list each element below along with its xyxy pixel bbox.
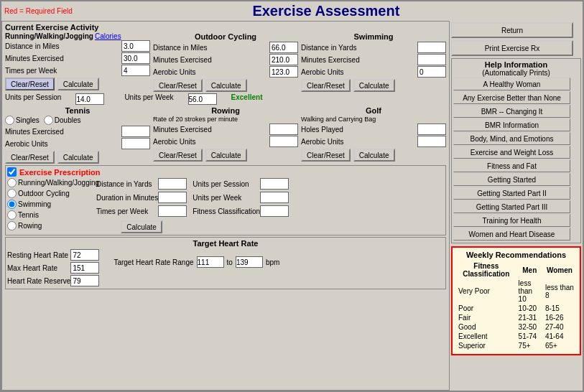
golf-aerobic-label: Aerobic Units bbox=[301, 138, 417, 146]
weekly-class-2: Fair bbox=[457, 314, 516, 322]
help-item-0[interactable]: A Healthy Woman bbox=[453, 78, 570, 90]
tennis-minutes-input[interactable] bbox=[121, 126, 150, 137]
units-per-session-input[interactable] bbox=[75, 93, 104, 105]
rowing-minutes-input[interactable] bbox=[269, 123, 298, 135]
range-to-label: to bbox=[227, 258, 233, 266]
target-range-to-input[interactable] bbox=[236, 256, 263, 268]
rowing-calculate-button[interactable]: Calculate bbox=[205, 149, 247, 162]
run-distance-input[interactable] bbox=[121, 40, 150, 52]
golf-holes-input[interactable] bbox=[417, 123, 446, 135]
golf-clear-reset-button[interactable]: Clear/Reset bbox=[301, 149, 351, 162]
help-item-11[interactable]: Women and Heart Disease bbox=[453, 228, 570, 241]
tennis-clear-reset-button[interactable]: Clear/Reset bbox=[5, 151, 55, 164]
target-range-from-input[interactable] bbox=[197, 256, 224, 268]
print-exercise-rx-button[interactable]: Print Exercise Rx bbox=[451, 40, 573, 56]
presc-units-week-input[interactable] bbox=[260, 192, 289, 203]
cycle-minutes-label: Minutes Exercised bbox=[153, 56, 269, 64]
presc-units-session-input[interactable] bbox=[260, 178, 289, 190]
weekly-row-3: Good 32-50 27-40 bbox=[457, 323, 575, 331]
presc-distance-input[interactable] bbox=[158, 178, 187, 190]
help-item-8[interactable]: Getting Started Part II bbox=[453, 187, 570, 200]
weekly-men-2: 21-31 bbox=[517, 314, 542, 322]
hr-reserve-input[interactable] bbox=[70, 275, 99, 286]
presc-cycling-radio[interactable] bbox=[7, 189, 17, 198]
tennis-aerobic-input[interactable] bbox=[121, 138, 150, 149]
units-per-week-label: Units per Week bbox=[124, 93, 173, 105]
presc-units-session-label: Units per Session bbox=[193, 180, 260, 188]
presc-times-label: Times per Week bbox=[96, 207, 158, 215]
current-exercise-section: Current Exercise Activity Running/Walkin… bbox=[5, 23, 446, 105]
presc-duration-input[interactable] bbox=[158, 192, 187, 203]
presc-rowing-radio[interactable] bbox=[7, 221, 17, 230]
golf-section: Golf Walking and Carrying Bag Holes Play… bbox=[301, 106, 446, 164]
required-label: Red = Required Field bbox=[4, 7, 73, 15]
run-calculate-button[interactable]: Calculate bbox=[57, 78, 99, 90]
help-item-5[interactable]: Exercise and Weight Loss bbox=[453, 146, 570, 159]
presc-times-input[interactable] bbox=[158, 205, 187, 217]
help-item-7[interactable]: Getting Started bbox=[453, 173, 570, 186]
weekly-row-5: Superior 75+ 65+ bbox=[457, 342, 575, 350]
cycle-calculate-button[interactable]: Calculate bbox=[205, 79, 247, 92]
calories-link[interactable]: Calories bbox=[95, 32, 121, 40]
golf-calculate-button[interactable]: Calculate bbox=[353, 149, 395, 162]
rowing-rate-label: Rate of 20 strokes per minute bbox=[153, 116, 298, 123]
help-item-3[interactable]: BMR Information bbox=[453, 118, 570, 131]
presc-distance-label: Distance in Yards bbox=[96, 180, 158, 188]
weekly-col1-header: Fitness Classification bbox=[457, 262, 516, 278]
presc-tennis-radio[interactable] bbox=[7, 210, 17, 220]
golf-carrying-label: Walking and Carrying Bag bbox=[301, 116, 446, 123]
swim-distance-input[interactable] bbox=[417, 42, 446, 53]
swim-calculate-button[interactable]: Calculate bbox=[353, 79, 395, 92]
run-clear-reset-button[interactable]: Clear/Reset bbox=[5, 78, 55, 90]
presc-fitness-input[interactable] bbox=[260, 205, 289, 217]
cycle-distance-input[interactable] bbox=[269, 42, 298, 53]
resting-hr-input[interactable] bbox=[70, 249, 99, 261]
singles-radio[interactable] bbox=[5, 116, 14, 125]
rowing-clear-reset-button[interactable]: Clear/Reset bbox=[153, 149, 203, 162]
prescription-right-fields: Units per Session Units per Week Fitness… bbox=[193, 178, 289, 233]
help-item-2[interactable]: BMR -- Changing It bbox=[453, 105, 570, 118]
max-hr-input[interactable] bbox=[70, 262, 99, 274]
weekly-men-5: 75+ bbox=[517, 342, 542, 350]
swim-minutes-input[interactable] bbox=[417, 54, 446, 65]
help-title: Help Information bbox=[453, 60, 579, 69]
weekly-class-1: Poor bbox=[457, 304, 516, 312]
weekly-row-2: Fair 21-31 16-26 bbox=[457, 314, 575, 322]
doubles-label: Doubles bbox=[55, 116, 81, 124]
weekly-men-3: 32-50 bbox=[517, 323, 542, 331]
rowing-aerobic-input[interactable] bbox=[269, 136, 298, 147]
weekly-women-4: 41-64 bbox=[544, 332, 575, 340]
help-item-6[interactable]: Fitness and Fat bbox=[453, 159, 570, 172]
swim-distance-label: Distance in Yards bbox=[301, 44, 417, 52]
run-minutes-input[interactable] bbox=[121, 52, 150, 64]
presc-tennis-label: Tennis bbox=[18, 211, 39, 219]
units-per-week-status: Excellent bbox=[231, 93, 263, 105]
help-item-1[interactable]: Any Exercise Better than None bbox=[453, 91, 570, 104]
help-item-10[interactable]: Training for Health bbox=[453, 214, 570, 227]
run-times-input[interactable] bbox=[121, 65, 150, 76]
units-per-week-input[interactable] bbox=[188, 93, 217, 105]
help-item-9[interactable]: Getting Started Part III bbox=[453, 200, 570, 213]
weekly-col2-header: Men bbox=[517, 262, 542, 278]
prescription-checkbox[interactable] bbox=[7, 167, 17, 177]
help-item-4[interactable]: Body, Mind, and Emotions bbox=[453, 132, 570, 145]
weekly-recommendations-box: Weekly Recommendations Fitness Classific… bbox=[451, 246, 581, 355]
bpm-label: bpm bbox=[266, 258, 279, 266]
golf-aerobic-input[interactable] bbox=[417, 136, 446, 147]
tennis-calculate-button[interactable]: Calculate bbox=[57, 151, 99, 164]
cycle-clear-reset-button[interactable]: Clear/Reset bbox=[153, 79, 203, 92]
presc-running-radio[interactable] bbox=[7, 178, 17, 187]
cycle-minutes-input[interactable] bbox=[269, 54, 298, 65]
tennis-minutes-label: Minutes Exercised bbox=[5, 128, 121, 136]
return-button[interactable]: Return bbox=[451, 22, 573, 38]
rowing-minutes-label: Minutes Exercised bbox=[153, 126, 269, 134]
doubles-radio[interactable] bbox=[44, 116, 53, 125]
swim-clear-reset-button[interactable]: Clear/Reset bbox=[301, 79, 351, 92]
cycle-aerobic-input[interactable] bbox=[269, 66, 298, 78]
presc-calculate-button[interactable]: Calculate bbox=[121, 220, 162, 233]
swim-aerobic-input[interactable] bbox=[417, 66, 446, 78]
presc-fitness-label: Fitness Classification bbox=[193, 207, 260, 215]
weekly-women-2: 16-26 bbox=[544, 314, 575, 322]
weekly-men-4: 51-74 bbox=[517, 332, 542, 340]
presc-swimming-radio[interactable] bbox=[7, 200, 17, 209]
